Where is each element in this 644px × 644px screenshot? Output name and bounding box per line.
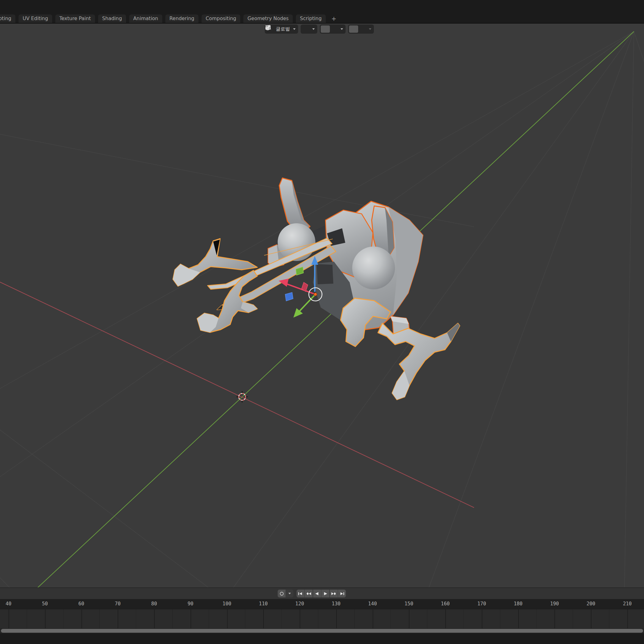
- frame-tick: [45, 609, 46, 628]
- frame-tick: [627, 609, 628, 628]
- workspace-tab-uv-editing[interactable]: UV Editing: [19, 14, 52, 23]
- frame-label: 170: [477, 601, 486, 607]
- frame-label: 40: [6, 601, 12, 607]
- viewport-grid: [0, 31, 644, 587]
- frame-tick: [500, 609, 500, 628]
- chevron-down-icon: [293, 28, 296, 30]
- frame-tick: [318, 609, 318, 628]
- frame-label: 180: [514, 601, 523, 607]
- viewport-header: 글로벌: [265, 25, 374, 34]
- add-workspace-button[interactable]: +: [329, 14, 339, 23]
- frame-tick: [591, 609, 591, 628]
- frame-label: 130: [332, 601, 341, 607]
- pivot-point-icon: [302, 25, 311, 33]
- orientation-label: 글로벌: [275, 26, 291, 32]
- frame-tick: [373, 609, 373, 628]
- workspace-tab-pting[interactable]: pting: [0, 14, 15, 23]
- frame-tick: [391, 609, 391, 628]
- frame-tick: [191, 609, 191, 628]
- frame-label: 150: [404, 601, 413, 607]
- chevron-down-icon: [369, 28, 371, 30]
- workspace-tab-rendering[interactable]: Rendering: [165, 14, 198, 23]
- frame-tick: [482, 609, 482, 628]
- frame-tick: [81, 609, 82, 628]
- magnet-icon[interactable]: [321, 25, 330, 33]
- topbar: ptingUV EditingTexture PaintShadingAnima…: [0, 0, 644, 24]
- 3d-viewport[interactable]: 글로벌: [0, 24, 644, 587]
- frame-tick: [445, 609, 446, 628]
- workspace-tab-animation[interactable]: Animation: [129, 14, 162, 23]
- frame-tick: [227, 609, 228, 628]
- status-strip: [0, 633, 644, 644]
- frame-tick: [263, 609, 264, 628]
- frame-tick: [27, 609, 27, 628]
- frame-tick: [609, 609, 609, 628]
- play-reverse-button[interactable]: [313, 590, 321, 597]
- frame-tick: [8, 609, 9, 628]
- frame-tick: [118, 609, 118, 628]
- frame-label: 200: [586, 601, 595, 607]
- blender-window: 글로벌: [0, 0, 644, 644]
- timeline-header: [0, 587, 644, 599]
- record-circle-icon[interactable]: [278, 590, 286, 597]
- gizmo-x-arrow[interactable]: [279, 279, 315, 294]
- workspace-tab-compositing[interactable]: Compositing: [202, 14, 240, 23]
- transport-group: [297, 590, 346, 597]
- frame-label: 120: [295, 601, 304, 607]
- selected-model[interactable]: [173, 178, 460, 400]
- object-origin-dot: [314, 293, 317, 296]
- frame-tick: [300, 609, 300, 628]
- proportional-editing-controls[interactable]: [348, 25, 374, 34]
- frame-label: 110: [259, 601, 268, 607]
- auto-keying-dropdown[interactable]: [286, 590, 293, 597]
- frame-tick: [336, 609, 337, 628]
- frame-label: 100: [223, 601, 231, 607]
- workspace-tab-shading[interactable]: Shading: [98, 14, 126, 23]
- frame-label: 90: [187, 601, 193, 607]
- jump-to-prev-keyframe-button[interactable]: [305, 590, 313, 597]
- workspace-tab-texture-paint[interactable]: Texture Paint: [55, 14, 95, 23]
- frame-label: 80: [151, 601, 157, 607]
- snap-increment-icon[interactable]: [330, 25, 339, 33]
- workspace-tab-geometry-nodes[interactable]: Geometry Nodes: [243, 14, 293, 23]
- frame-tick: [409, 609, 409, 628]
- workspace-tabs: ptingUV EditingTexture PaintShadingAnima…: [0, 14, 339, 23]
- frame-tick: [172, 609, 173, 628]
- horizontal-scrollbar[interactable]: [1, 629, 643, 633]
- frame-label: 210: [623, 601, 632, 607]
- frame-tick: [209, 609, 209, 628]
- chevron-down-icon: [341, 28, 343, 30]
- workspace-tab-scripting[interactable]: Scripting: [296, 14, 326, 23]
- frame-tick: [154, 609, 155, 628]
- snapping-controls[interactable]: [320, 25, 346, 34]
- pivot-point-dropdown[interactable]: [301, 25, 317, 34]
- frame-tick: [573, 609, 573, 628]
- auto-keying-group: [278, 590, 293, 597]
- jump-to-next-keyframe-button[interactable]: [330, 590, 338, 597]
- chevron-down-icon: [312, 28, 315, 30]
- falloff-curve-icon[interactable]: [358, 25, 367, 33]
- playback-controls: [278, 590, 346, 597]
- frame-label: 60: [78, 601, 84, 607]
- frame-tick: [99, 609, 100, 628]
- frame-tick: [354, 609, 355, 628]
- frame-label: 160: [441, 601, 450, 607]
- timeline-tracks[interactable]: [0, 609, 644, 628]
- frame-tick: [245, 609, 245, 628]
- proportional-editing-icon[interactable]: [349, 25, 358, 33]
- gizmo-y-arrow[interactable]: [293, 294, 315, 318]
- jump-to-end-button[interactable]: [338, 590, 346, 597]
- jump-to-start-button[interactable]: [297, 590, 304, 597]
- frame-label: 50: [42, 601, 48, 607]
- frame-ruler[interactable]: 4050607080901001101201301401501601701801…: [0, 599, 644, 609]
- gizmo-xy-plane[interactable]: [285, 292, 293, 301]
- frame-tick: [281, 609, 282, 628]
- play-button[interactable]: [321, 590, 329, 597]
- frame-label: 190: [550, 601, 559, 607]
- frame-label: 140: [368, 601, 377, 607]
- frame-tick: [536, 609, 537, 628]
- frame-tick: [518, 609, 519, 628]
- frame-tick: [63, 609, 64, 628]
- timeline-scroll-strip: [0, 628, 644, 633]
- frame-tick: [427, 609, 427, 628]
